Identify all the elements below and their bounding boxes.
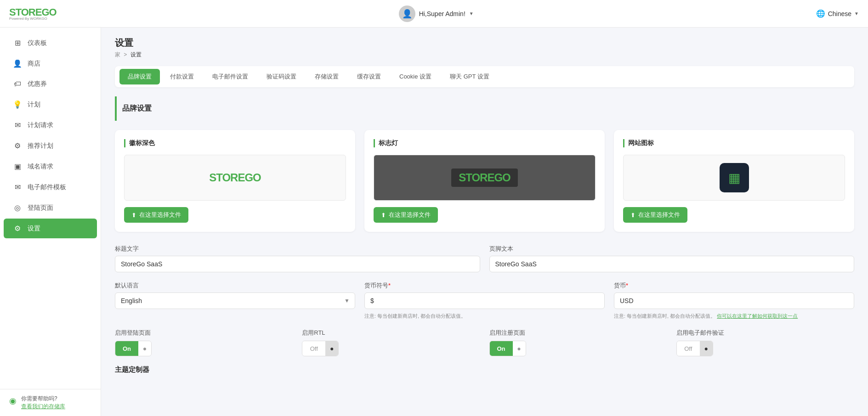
tab-chatgpt[interactable]: 聊天 GPT 设置 — [442, 69, 498, 84]
sidebar-item-label: 设置 — [28, 225, 40, 233]
help-icon: ◉ — [9, 396, 17, 406]
currency-symbol-label: 货币符号* — [364, 281, 605, 290]
sidebar-item-plans[interactable]: 💡 计划 — [4, 95, 97, 114]
logo-dark-main: STORE — [209, 171, 244, 184]
logo: STOREGO Powered By WORKGO — [9, 6, 57, 21]
tab-cookie[interactable]: Cookie 设置 — [391, 69, 440, 84]
enable-rtl-toggle[interactable]: Off ● — [302, 341, 339, 356]
enable-email-verify-toggle[interactable]: Off ● — [676, 341, 713, 356]
logo-dark-card: 徽标深色 STOREGO ⬆ 在这里选择文件 — [115, 130, 355, 232]
globe-icon: 🌐 — [816, 9, 825, 18]
breadcrumb-home[interactable]: 家 — [115, 51, 120, 58]
logo-light-upload-button[interactable]: ⬆ 在这里选择文件 — [374, 207, 438, 223]
default-language-wrapper: English Chinese ▼ — [115, 292, 355, 309]
breadcrumb-separator: > — [124, 51, 127, 58]
breadcrumb: 家 > 设置 — [115, 51, 854, 59]
currency-symbol-hint: 注意: 每当创建新商店时, 都会自动分配该值。 — [364, 313, 605, 320]
default-language-select[interactable]: English Chinese — [115, 292, 355, 309]
favicon-upload-button[interactable]: ⬆ 在这里选择文件 — [623, 207, 687, 223]
sidebar-item-email-templates[interactable]: ✉ 电子邮件模板 — [4, 177, 97, 197]
tab-email[interactable]: 电子邮件设置 — [204, 69, 256, 84]
upload-icon: ⬆ — [630, 212, 635, 219]
currency-symbol-group: 货币符号* 注意: 每当创建新商店时, 都会自动分配该值。 — [364, 281, 605, 320]
sidebar-item-settings[interactable]: ⚙ 设置 — [4, 219, 97, 238]
logo-light-title: 标志灯 — [374, 139, 596, 147]
main-content: 设置 家 > 设置 品牌设置 付款设置 电子邮件设置 验证码设置 存储设置 缓存… — [101, 28, 868, 416]
sidebar-item-shop[interactable]: 👤 商店 — [4, 54, 97, 73]
enable-rtl-label: 启用RTL — [302, 329, 480, 337]
sidebar-item-plan-requests[interactable]: ✉ 计划请求 — [4, 115, 97, 135]
enable-login-group: 启用登陆页面 On ● — [115, 329, 293, 356]
user-greeting: Hi,Super Admin! — [419, 10, 465, 17]
help-section: ◉ 你需要帮助吗? 查看我们的存储库 — [0, 389, 101, 416]
upload-label: 在这里选择文件 — [638, 211, 680, 219]
currency-input[interactable] — [614, 292, 854, 309]
chevron-down-icon: ▼ — [469, 11, 474, 16]
favicon-card: 网站图标 ▦ ⬆ 在这里选择文件 — [614, 130, 854, 232]
title-footer-row: 标题文字 页脚文本 — [115, 245, 854, 272]
currency-symbol-input[interactable] — [364, 292, 605, 309]
tab-cache[interactable]: 缓存设置 — [349, 69, 389, 84]
tab-storage[interactable]: 存储设置 — [306, 69, 347, 84]
logo-dark-upload-button[interactable]: ⬆ 在这里选择文件 — [124, 207, 188, 223]
sidebar-item-label: 域名请求 — [28, 163, 53, 171]
tab-brand[interactable]: 品牌设置 — [119, 69, 160, 84]
sidebar-item-label: 商店 — [28, 60, 40, 68]
enable-register-toggle[interactable]: On ● — [489, 341, 526, 356]
toggle-dot: ● — [138, 341, 151, 356]
chevron-down-icon: ▼ — [854, 11, 859, 16]
title-text-input[interactable] — [115, 256, 480, 272]
toggle-dot: ● — [700, 341, 713, 356]
favicon-icon: ▦ — [728, 170, 740, 186]
title-text-group: 标题文字 — [115, 245, 480, 272]
enable-register-label: 启用注册页面 — [489, 329, 667, 337]
favicon-preview: ▦ — [623, 155, 845, 201]
logo-light-main: STORE — [459, 171, 494, 184]
theme-customizer-title: 主题定制器 — [115, 365, 854, 374]
sidebar-item-label: 仪表板 — [28, 39, 47, 47]
logo-light-image: STOREGO — [451, 169, 518, 187]
email-icon: ✉ — [13, 183, 22, 191]
toggle-on-label: On — [115, 341, 138, 356]
language-selector[interactable]: 🌐 Chinese ▼ — [816, 9, 859, 18]
footer-text-group: 页脚文本 — [489, 245, 855, 272]
tab-payment[interactable]: 付款设置 — [162, 69, 202, 84]
upload-label: 在这里选择文件 — [389, 211, 431, 219]
logo-subtitle: Powered By WORKGO — [9, 17, 57, 21]
logo-light-preview: STOREGO — [374, 155, 596, 201]
coupon-icon: 🏷 — [13, 80, 22, 88]
lang-currency-row: 默认语言 English Chinese ▼ 货币符号* 注意: 每当创建新商店… — [115, 281, 854, 320]
login-icon: ◎ — [13, 203, 22, 212]
sidebar-item-label: 优惠券 — [28, 80, 47, 88]
sidebar-item-login-page[interactable]: ◎ 登陆页面 — [4, 198, 97, 218]
enable-login-toggle[interactable]: On ● — [115, 341, 152, 356]
breadcrumb-current: 设置 — [130, 51, 142, 58]
sidebar-item-referral[interactable]: ⚙ 推荐计划 — [4, 136, 97, 156]
avatar: 👤 — [399, 6, 415, 22]
currency-hint: 注意: 每当创建新商店时, 都会自动分配该值。 你可以在这里了解如何获取到这一点 — [614, 313, 854, 320]
footer-text-input[interactable] — [489, 256, 855, 272]
sidebar-item-domain-requests[interactable]: ▣ 域名请求 — [4, 157, 97, 176]
footer-text-label: 页脚文本 — [489, 245, 855, 253]
currency-hint-link[interactable]: 你可以在这里了解如何获取到这一点 — [717, 313, 798, 319]
plans-icon: 💡 — [13, 100, 22, 109]
enable-rtl-group: 启用RTL Off ● — [302, 329, 480, 356]
sidebar-item-label: 计划 — [28, 101, 40, 109]
user-menu[interactable]: 👤 Hi,Super Admin! ▼ — [399, 6, 474, 22]
toggle-off-label: Off — [302, 341, 325, 356]
sidebar-item-coupons[interactable]: 🏷 优惠券 — [4, 74, 97, 94]
tab-captcha[interactable]: 验证码设置 — [258, 69, 305, 84]
title-text-label: 标题文字 — [115, 245, 480, 253]
enable-login-label: 启用登陆页面 — [115, 329, 293, 337]
sidebar-nav: ⊞ 仪表板 👤 商店 🏷 优惠券 💡 计划 ✉ 计划请求 ⚙ 推荐计划 — [0, 28, 101, 389]
dashboard-icon: ⊞ — [13, 39, 22, 47]
sidebar-item-dashboard[interactable]: ⊞ 仪表板 — [4, 33, 97, 53]
help-link[interactable]: 查看我们的存储库 — [21, 403, 65, 410]
enable-email-verify-label: 启用电子邮件验证 — [676, 329, 854, 337]
sidebar: ⊞ 仪表板 👤 商店 🏷 优惠券 💡 计划 ✉ 计划请求 ⚙ 推荐计划 — [0, 28, 101, 416]
default-language-label: 默认语言 — [115, 281, 355, 290]
plan-requests-icon: ✉ — [13, 121, 22, 129]
sidebar-item-label: 推荐计划 — [28, 142, 53, 150]
layout: ⊞ 仪表板 👤 商店 🏷 优惠券 💡 计划 ✉ 计划请求 ⚙ 推荐计划 — [0, 28, 868, 416]
sidebar-item-label: 登陆页面 — [28, 204, 53, 212]
